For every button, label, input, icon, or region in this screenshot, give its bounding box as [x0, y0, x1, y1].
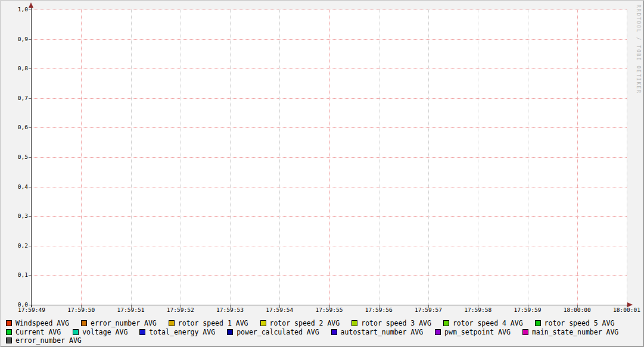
x-gridline-minor	[131, 10, 132, 305]
legend-item: rotor speed 5 AVG	[535, 320, 615, 327]
x-tick-label: 17:59:57	[409, 307, 448, 313]
x-gridline-minor	[279, 10, 280, 305]
legend-item: Windspeed AVG	[6, 320, 69, 327]
x-gridline-minor	[230, 10, 231, 305]
y-tick-label: 0,4	[1, 183, 28, 190]
legend-item: rotor speed 1 AVG	[169, 320, 248, 327]
watermark: RRDTOOL / TOBI OETIKER	[636, 5, 641, 94]
x-gridline-minor	[478, 10, 478, 305]
legend-swatch	[435, 329, 441, 335]
legend-item: power_calculated AVG	[227, 329, 319, 336]
legend-item: pwm_setpoint AVG	[435, 329, 511, 336]
x-gridline-minor	[627, 10, 627, 305]
x-axis-line	[29, 305, 627, 305]
legend-swatch	[81, 320, 87, 326]
legend-label: rotor speed 4 AVG	[453, 320, 523, 327]
x-gridline-minor	[528, 10, 528, 305]
y-tick-label: 0,1	[1, 271, 28, 279]
x-gridline-major	[577, 10, 578, 305]
legend-item: autostart_number AVG	[331, 329, 423, 336]
legend-item: main_state_number AVG	[522, 329, 618, 336]
legend-item: error_number AVG	[81, 320, 157, 327]
y-tick-label: 0,7	[1, 95, 28, 102]
x-tick-label: 17:59:58	[458, 307, 497, 313]
legend-label: rotor speed 5 AVG	[545, 320, 615, 327]
legend-label: total_energy AVG	[149, 329, 215, 336]
x-tick-label: 18:00:00	[558, 307, 597, 313]
legend-label: Windspeed AVG	[15, 320, 69, 327]
x-tick-label: 17:59:54	[260, 307, 299, 313]
y-axis-arrow-icon	[29, 2, 33, 8]
legend-label: power_calculated AVG	[237, 329, 319, 336]
legend-swatch	[139, 329, 145, 335]
y-tick-label: 1,0	[1, 6, 28, 13]
legend-item: Current AVG	[6, 329, 61, 336]
legend-label: main_state_number AVG	[532, 329, 618, 336]
x-gridline-minor	[428, 10, 429, 305]
legend-swatch	[535, 320, 541, 326]
x-tick-label: 17:59:55	[310, 307, 349, 313]
x-tick-label: 17:59:50	[61, 307, 101, 313]
legend-label: rotor speed 3 AVG	[361, 320, 431, 327]
legend-item: rotor speed 3 AVG	[351, 320, 431, 327]
legend-label: error_number AVG	[15, 337, 82, 344]
x-gridline-major	[81, 10, 82, 305]
legend-swatch	[227, 329, 233, 335]
y-tick-label: 0,2	[1, 242, 28, 249]
y-axis-line	[31, 5, 32, 307]
legend: Windspeed AVGerror_number AVGrotor speed…	[6, 319, 618, 345]
y-tick-label: 0,5	[1, 154, 28, 161]
x-tick-label: 18:00:01	[607, 307, 644, 313]
legend-swatch	[443, 320, 449, 326]
legend-item: rotor speed 4 AVG	[443, 320, 523, 327]
y-tick-label: 0,8	[1, 65, 28, 72]
legend-label: rotor speed 2 AVG	[270, 320, 340, 327]
legend-swatch	[73, 329, 79, 335]
x-tick-label: 17:59:51	[111, 307, 151, 313]
legend-label: autostart_number AVG	[341, 329, 423, 336]
legend-label: pwm_setpoint AVG	[444, 329, 511, 336]
legend-label: rotor speed 1 AVG	[178, 320, 248, 327]
legend-label: error_number AVG	[91, 320, 157, 327]
legend-row: Current AVGvoltage AVGtotal_energy AVGpo…	[6, 328, 618, 337]
legend-item: error_number AVG	[6, 337, 82, 344]
legend-swatch	[351, 320, 357, 326]
y-tick-label: 0,9	[1, 36, 28, 43]
legend-item: rotor speed 2 AVG	[260, 320, 340, 327]
x-tick-label: 17:59:56	[359, 307, 399, 313]
y-tick-label: 0,6	[1, 124, 28, 131]
legend-row: error_number AVG	[6, 336, 618, 345]
legend-swatch	[331, 329, 337, 335]
legend-swatch	[6, 337, 12, 343]
legend-item: voltage AVG	[73, 329, 127, 336]
legend-label: voltage AVG	[82, 329, 127, 336]
rrdtool-graph: 1,00,90,80,70,60,50,40,30,20,10,0 17:59:…	[0, 0, 644, 347]
y-tick-label: 0,3	[1, 212, 28, 220]
x-gridline-major	[329, 10, 330, 305]
x-tick-label: 17:59:59	[508, 307, 547, 313]
x-gridline-minor	[379, 10, 379, 305]
legend-swatch	[260, 320, 266, 326]
x-gridline-minor	[181, 10, 181, 305]
legend-label: Current AVG	[15, 329, 61, 336]
legend-swatch	[6, 320, 12, 326]
legend-swatch	[169, 320, 175, 326]
x-tick-label: 17:59:49	[12, 307, 51, 313]
legend-swatch	[6, 329, 12, 335]
legend-swatch	[522, 329, 528, 335]
legend-row: Windspeed AVGerror_number AVGrotor speed…	[6, 319, 618, 328]
x-tick-label: 17:59:53	[210, 307, 250, 313]
legend-item: total_energy AVG	[139, 329, 215, 336]
x-tick-label: 17:59:52	[161, 307, 200, 313]
